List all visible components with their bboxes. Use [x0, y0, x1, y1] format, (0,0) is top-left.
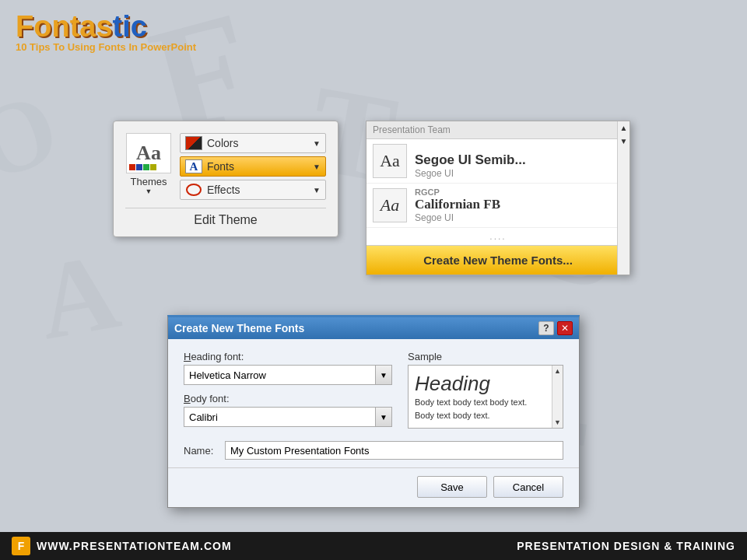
font-sub-2: Segoe UI — [415, 212, 623, 223]
font-tag-2: RGCP — [415, 187, 623, 197]
footer-icon-char: F — [18, 540, 25, 552]
fonts-icon: A — [185, 159, 202, 173]
sample-box: Heading Body text body text body text. B… — [408, 365, 563, 429]
fonts-button[interactable]: A Fonts ▼ — [180, 156, 326, 177]
body-font-select-row: ▼ — [184, 407, 392, 427]
font-item-1[interactable]: Aa Segoe UI Semib... Segoe UI — [366, 139, 630, 184]
effects-icon — [185, 183, 202, 197]
font-info-1: Segoe UI Semib... Segoe UI — [415, 143, 623, 179]
dialog-titlebar: Create New Theme Fonts ? ✕ — [168, 317, 579, 339]
fonts-icon-graphic: A — [185, 159, 202, 173]
themes-big-icon: Aa — [126, 133, 171, 173]
heading-font-label-text: eading font: — [191, 351, 244, 362]
font-name-1: Segoe UI Semib... — [415, 152, 623, 168]
heading-font-input[interactable] — [184, 365, 375, 385]
sample-scrollbar[interactable]: ▲ ▼ — [552, 366, 563, 428]
dialog-footer: Save Cancel — [168, 467, 579, 507]
logo-text-accent: tic — [113, 10, 147, 43]
dialog-title: Create New Theme Fonts — [174, 322, 304, 334]
theme-buttons: Colors ▼ A Fonts ▼ Effects ▼ — [180, 133, 326, 200]
font-tag-1 — [415, 143, 623, 152]
font-dots: .... — [366, 228, 630, 245]
body-font-label: Body font: — [184, 393, 392, 404]
cancel-button[interactable]: Cancel — [493, 476, 563, 498]
body-font-dropdown-arrow[interactable]: ▼ — [375, 407, 392, 427]
header-logo: Fontastic 10 Tips To Using Fonts In Powe… — [16, 12, 196, 53]
font-name-2: Californian FB — [415, 197, 623, 212]
font-panel-scrollbar[interactable]: ▲ ▼ — [617, 121, 630, 275]
color-sq-yellow — [150, 164, 156, 170]
footer-tagline: PRESENTATION DESIGN & TRAINING — [517, 540, 735, 552]
footer-logo-icon: F — [12, 537, 30, 555]
themes-dropdown-arrow: ▼ — [146, 187, 153, 195]
create-theme-fonts-dialog: Create New Theme Fonts ? ✕ Heading font:… — [167, 315, 580, 508]
footer-left: F WWW.PRESENTATIONTEAM.COM — [12, 537, 232, 555]
fonts-dropdown-arrow: ▼ — [313, 163, 321, 171]
colors-icon-graphic — [185, 136, 202, 150]
save-button[interactable]: Save — [417, 476, 487, 498]
font-dropdown-panel: ▲ ▼ Presentation Team Aa Segoe UI Semib.… — [366, 121, 630, 275]
heading-font-row: Heading font: ▼ — [184, 351, 392, 385]
scroll-down-arrow[interactable]: ▼ — [618, 135, 630, 148]
font-aa-box-1: Aa — [373, 144, 407, 178]
body-font-input[interactable] — [184, 407, 375, 427]
create-theme-fonts-button[interactable]: Create New Theme Fonts... — [366, 245, 630, 275]
sample-body-text: Body text body text body text. Body text… — [415, 396, 556, 422]
effects-label: Effects — [207, 184, 240, 196]
font-item-2[interactable]: Aa RGCP Californian FB Segoe UI — [366, 184, 630, 228]
edit-theme-title: Edit Theme — [125, 208, 326, 227]
colors-label: Colors — [207, 137, 238, 149]
color-sq-blue — [136, 164, 142, 170]
colors-icon — [185, 136, 202, 150]
sample-label: Sample — [408, 351, 563, 362]
dialog-body: Heading font: ▼ Body font: ▼ — [168, 339, 579, 467]
heading-font-label: Heading font: — [184, 351, 392, 362]
logo-text-main: Fontas — [16, 10, 113, 43]
name-label: Name: — [184, 445, 219, 457]
logo-title: Fontastic — [16, 12, 196, 41]
dialog-help-button[interactable]: ? — [538, 321, 554, 335]
name-row: Name: — [184, 441, 563, 460]
font-info-2: RGCP Californian FB Segoe UI — [415, 187, 623, 223]
color-squares — [129, 164, 156, 170]
sample-scroll-down[interactable]: ▼ — [552, 417, 563, 428]
effects-dropdown-arrow: ▼ — [313, 186, 321, 194]
footer-bar: F WWW.PRESENTATIONTEAM.COM PRESENTATION … — [0, 532, 747, 560]
scroll-up-arrow[interactable]: ▲ — [618, 121, 630, 135]
fonts-label: Fonts — [207, 160, 234, 173]
dialog-controls: ? ✕ — [538, 321, 573, 335]
sample-body-line1: Body text body text body text. — [415, 397, 527, 407]
edit-theme-panel: Aa Themes ▼ Colors ▼ — [113, 121, 338, 237]
dialog-left-column: Heading font: ▼ Body font: ▼ — [184, 351, 392, 435]
colors-dropdown-arrow: ▼ — [313, 139, 321, 148]
heading-font-dropdown-arrow[interactable]: ▼ — [375, 365, 392, 385]
effects-icon-graphic — [186, 184, 202, 196]
dialog-right-column: Sample Heading Body text body text body … — [408, 351, 563, 435]
font-dropdown-header: Presentation Team — [366, 121, 630, 139]
body-font-row: Body font: ▼ — [184, 393, 392, 427]
footer-url: WWW.PRESENTATIONTEAM.COM — [37, 540, 232, 552]
name-input[interactable] — [225, 441, 563, 460]
font-sub-1: Segoe UI — [415, 168, 623, 179]
heading-font-select-row: ▼ — [184, 365, 392, 385]
body-font-label-text: ody font: — [191, 393, 230, 404]
logo-subtitle: 10 Tips To Using Fonts In PowerPoint — [16, 41, 196, 53]
color-sq-green — [143, 164, 149, 170]
themes-label: Themes — [131, 176, 167, 187]
dialog-columns: Heading font: ▼ Body font: ▼ — [184, 351, 563, 435]
colors-button[interactable]: Colors ▼ — [180, 133, 326, 153]
effects-button[interactable]: Effects ▼ — [180, 180, 326, 200]
sample-heading: Heading — [415, 372, 556, 396]
themes-icon-box: Aa Themes ▼ — [125, 133, 172, 195]
themes-aa-icon: Aa — [136, 142, 161, 165]
dialog-close-button[interactable]: ✕ — [557, 321, 573, 335]
color-sq-red — [129, 164, 135, 170]
sample-scroll-up[interactable]: ▲ — [552, 366, 563, 376]
font-aa-box-2: Aa — [373, 188, 407, 222]
sample-body-line2: Body text body text. — [415, 411, 490, 420]
theme-row: Aa Themes ▼ Colors ▼ — [125, 133, 326, 200]
font-dropdown-header-text: Presentation Team — [373, 124, 451, 135]
